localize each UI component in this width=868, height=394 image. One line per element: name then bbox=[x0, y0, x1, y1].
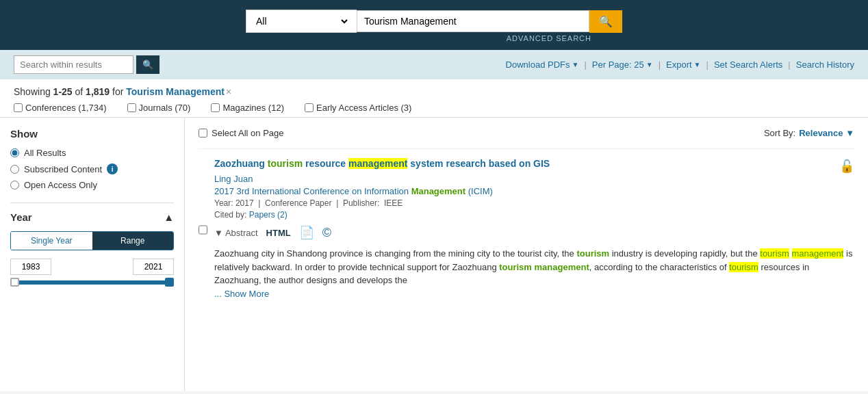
within-search-container: 🔍 bbox=[14, 55, 159, 74]
separator-2: | bbox=[659, 60, 661, 70]
sort-by-label: Sort By: bbox=[764, 128, 795, 138]
magazines-checkbox[interactable] bbox=[211, 103, 220, 112]
content-type-journals[interactable]: Journals (70) bbox=[127, 103, 191, 113]
copyright-icon[interactable]: © bbox=[322, 226, 331, 240]
content-types-row: Conferences (1,734) Journals (70) Magazi… bbox=[14, 103, 854, 113]
article-abstract: Zaozhuang city in Shandong province is c… bbox=[214, 247, 854, 300]
subscribed-info-icon: i bbox=[107, 163, 118, 174]
main-search-button[interactable]: 🔍 bbox=[589, 10, 622, 33]
category-dropdown[interactable]: All Journals Conference Papers Books bbox=[253, 15, 350, 27]
pdf-icon[interactable]: 📄 bbox=[299, 225, 314, 240]
year-from-input[interactable] bbox=[10, 259, 51, 275]
results-content: Select All on Page Sort By: Relevance ▼ … bbox=[185, 118, 868, 391]
main-search-input[interactable] bbox=[357, 10, 589, 32]
per-page-chevron-icon: ▼ bbox=[646, 61, 653, 68]
open-access-lock-icon: 🔓 bbox=[839, 159, 854, 174]
show-more-link[interactable]: ... Show More bbox=[214, 289, 269, 299]
query-tag: Tourism Management bbox=[126, 86, 225, 97]
article-body: Zaozhuang tourism resource management sy… bbox=[214, 157, 854, 300]
download-pdfs-button[interactable]: Download PDFs ▼ bbox=[506, 60, 579, 70]
year-slider-right-handle[interactable] bbox=[165, 278, 174, 287]
article-top-row: Zaozhuang tourism resource management sy… bbox=[214, 157, 854, 174]
journals-checkbox[interactable] bbox=[127, 103, 136, 112]
year-range-inputs bbox=[10, 259, 174, 275]
export-button[interactable]: Export ▼ bbox=[666, 60, 700, 70]
early-access-checkbox[interactable] bbox=[305, 103, 314, 112]
content-type-early-access[interactable]: Early Access Articles (3) bbox=[305, 103, 411, 113]
year-slider-track bbox=[10, 280, 174, 285]
sub-bar: 🔍 Download PDFs ▼ | Per Page: 25 ▼ | Exp… bbox=[0, 50, 868, 79]
radio-subscribed[interactable]: Subscribed Content i bbox=[10, 163, 174, 174]
radio-all-results-input[interactable] bbox=[10, 148, 19, 157]
set-alerts-link[interactable]: Set Search Alerts bbox=[714, 60, 782, 70]
article-author: Ling Juan bbox=[214, 174, 854, 184]
article-meta: Year: 2017 | Conference Paper | Publishe… bbox=[214, 198, 854, 208]
within-search-input[interactable] bbox=[14, 55, 133, 74]
sort-by-value[interactable]: Relevance ▼ bbox=[799, 128, 854, 138]
article-cited: Cited by: Papers (2) bbox=[214, 210, 854, 220]
showing-text: Showing 1-25 of 1,819 for Tourism Manage… bbox=[14, 86, 854, 97]
select-all-checkbox[interactable] bbox=[199, 129, 207, 137]
show-label: Show bbox=[10, 128, 174, 140]
top-bar: All Journals Conference Papers Books 🔍 A… bbox=[0, 0, 868, 50]
abstract-chevron-icon: ▼ bbox=[214, 228, 223, 238]
html-button[interactable]: HTML bbox=[266, 228, 291, 238]
radio-all-results[interactable]: All Results bbox=[10, 148, 174, 158]
year-section: Year ▲ Single Year Range bbox=[10, 202, 174, 285]
radio-subscribed-input[interactable] bbox=[10, 165, 19, 174]
year-slider-left-handle[interactable] bbox=[10, 278, 19, 287]
for-label: for bbox=[110, 86, 126, 97]
radio-open-access-input[interactable] bbox=[10, 181, 19, 189]
per-page-label: Per Page: bbox=[592, 60, 632, 70]
single-year-button[interactable]: Single Year bbox=[11, 232, 92, 250]
year-label: Year bbox=[10, 211, 32, 223]
article-title[interactable]: Zaozhuang tourism resource management sy… bbox=[214, 157, 550, 171]
close-query-button[interactable]: × bbox=[226, 86, 231, 97]
sort-chevron-icon: ▼ bbox=[845, 128, 854, 138]
results-toolbar: Select All on Page Sort By: Relevance ▼ bbox=[199, 128, 854, 138]
sidebar: Show All Results Subscribed Content i Op… bbox=[0, 118, 185, 391]
range-value: 1-25 bbox=[53, 86, 73, 97]
article-checkbox[interactable] bbox=[199, 159, 207, 300]
year-to-input[interactable] bbox=[133, 259, 174, 275]
select-all-text: Select All on Page bbox=[212, 128, 284, 138]
select-all-label[interactable]: Select All on Page bbox=[199, 128, 284, 138]
article-conference[interactable]: 2017 3rd International Conference on Inf… bbox=[214, 186, 854, 196]
radio-open-access[interactable]: Open Access Only bbox=[10, 180, 174, 190]
showing-prefix: Showing bbox=[14, 86, 53, 97]
year-toggle-buttons: Single Year Range bbox=[10, 231, 174, 250]
article-card: Zaozhuang tourism resource management sy… bbox=[199, 148, 854, 308]
of-label: of bbox=[73, 86, 86, 97]
results-header: Showing 1-25 of 1,819 for Tourism Manage… bbox=[0, 79, 868, 118]
search-row: All Journals Conference Papers Books 🔍 bbox=[246, 10, 622, 33]
separator-1: | bbox=[584, 60, 586, 70]
conferences-checkbox[interactable] bbox=[14, 103, 23, 112]
cited-papers-link[interactable]: Papers (2) bbox=[249, 210, 288, 220]
separator-3: | bbox=[706, 60, 709, 70]
main-layout: Show All Results Subscribed Content i Op… bbox=[0, 118, 868, 391]
radio-group: All Results Subscribed Content i Open Ac… bbox=[10, 148, 174, 190]
content-type-magazines[interactable]: Magazines (12) bbox=[211, 103, 284, 113]
sub-bar-right: Download PDFs ▼ | Per Page: 25 ▼ | Expor… bbox=[506, 60, 854, 70]
search-category-select[interactable]: All Journals Conference Papers Books bbox=[246, 10, 357, 33]
per-page-button[interactable]: 25 ▼ bbox=[634, 60, 652, 70]
range-button[interactable]: Range bbox=[92, 232, 174, 250]
article-actions: ▼ Abstract HTML 📄 © bbox=[214, 225, 854, 240]
content-type-conferences[interactable]: Conferences (1,734) bbox=[14, 103, 107, 113]
total-value: 1,819 bbox=[86, 86, 110, 97]
advanced-search-link[interactable]: ADVANCED SEARCH bbox=[507, 34, 591, 42]
within-search-button[interactable]: 🔍 bbox=[136, 55, 159, 74]
abstract-button[interactable]: ▼ Abstract bbox=[214, 228, 258, 238]
year-header[interactable]: Year ▲ bbox=[10, 211, 174, 223]
year-collapse-icon: ▲ bbox=[164, 211, 174, 223]
separator-4: | bbox=[788, 60, 790, 70]
abstract-label: Abstract bbox=[225, 228, 258, 238]
download-chevron-icon: ▼ bbox=[572, 61, 579, 68]
export-chevron-icon: ▼ bbox=[694, 61, 701, 68]
search-history-link[interactable]: Search History bbox=[796, 60, 854, 70]
sort-by-container: Sort By: Relevance ▼ bbox=[764, 128, 854, 138]
